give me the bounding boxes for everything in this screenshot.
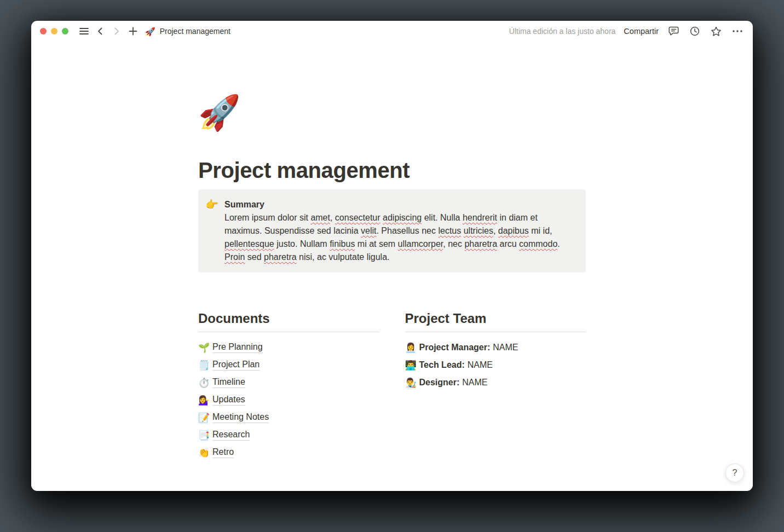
- stopwatch-icon: ⏱️: [198, 378, 212, 388]
- callout-text-segment: ultricies: [464, 226, 493, 235]
- page-title[interactable]: Project management: [198, 157, 586, 184]
- document-link-label: Project Plan: [212, 360, 260, 371]
- page-rocket-icon: 🚀: [145, 27, 155, 36]
- team-list: 👩‍💼Project Manager:NAME👨‍💻Tech Lead:NAME…: [405, 339, 586, 391]
- team-heading: Project Team: [405, 310, 586, 327]
- callout-text-segment: amet: [310, 213, 330, 222]
- callout-text-segment: finibus: [330, 239, 355, 248]
- callout-text-segment: .: [557, 239, 560, 248]
- document-link[interactable]: 💁‍♀️Updates: [198, 391, 379, 409]
- callout-text-segment: elit. Nulla: [422, 213, 463, 222]
- documents-list: 🌱Pre Planning🗒️Project Plan⏱️Timeline💁‍♀…: [198, 339, 379, 461]
- callout-text-segment: Lorem ipsum dolor sit: [224, 213, 310, 222]
- nav-controls: [77, 25, 140, 38]
- callout-text-segment: dapibus: [498, 226, 529, 235]
- callout-text-segment: arcu: [497, 239, 519, 248]
- callout-text-segment: mi at sem: [355, 239, 397, 248]
- traffic-lights: [40, 28, 68, 34]
- team-member-row: 👨‍🎨Designer:NAME: [405, 374, 586, 391]
- nav-back-icon[interactable]: [94, 25, 107, 38]
- favorite-star-icon[interactable]: [710, 25, 723, 38]
- page-emoji[interactable]: 🚀: [198, 95, 242, 130]
- woman-office-worker-icon: 👩‍💼: [405, 343, 419, 352]
- callout-text-segment: lectus: [438, 226, 461, 235]
- callout-text: Lorem ipsum dolor sit amet, consectetur …: [224, 211, 570, 264]
- last-edited-status: Última edición a las justo ahora: [509, 27, 616, 36]
- man-artist-icon: 👨‍🎨: [405, 378, 419, 388]
- callout-text-segment: pellentesque: [224, 239, 274, 248]
- summary-callout[interactable]: 👉 Summary Lorem ipsum dolor sit amet, co…: [198, 189, 586, 273]
- callout-text-segment: justo. Nullam: [274, 239, 330, 248]
- person-tipping-hand-icon: 💁‍♀️: [198, 396, 212, 405]
- callout-text-segment: adipiscing: [383, 213, 422, 222]
- document-link-label: Timeline: [212, 377, 245, 388]
- callout-text-segment: Proin: [224, 252, 245, 262]
- share-button[interactable]: Compartir: [624, 27, 659, 36]
- document-link-label: Updates: [212, 395, 245, 406]
- document-link[interactable]: 🗒️Project Plan: [198, 356, 379, 374]
- callout-text-segment: ,: [493, 226, 498, 235]
- nav-forward-icon[interactable]: [110, 25, 123, 38]
- document-link[interactable]: 🌱Pre Planning: [198, 339, 379, 356]
- help-button[interactable]: ?: [725, 464, 744, 482]
- clapping-hands-icon: 👏: [198, 448, 212, 458]
- close-window-button[interactable]: [40, 28, 47, 34]
- more-options-icon[interactable]: [731, 25, 744, 38]
- callout-heading: Summary: [224, 198, 570, 211]
- team-member-name: NAME: [468, 360, 493, 370]
- team-column: Project Team 👩‍💼Project Manager:NAME👨‍💻T…: [405, 310, 586, 461]
- pointing-right-icon[interactable]: 👉: [205, 198, 219, 264]
- documents-column: Documents 🌱Pre Planning🗒️Project Plan⏱️T…: [198, 310, 379, 461]
- team-member-name: NAME: [493, 343, 518, 352]
- callout-text-segment: commodo: [519, 239, 557, 248]
- callout-text-segment: pharetra: [464, 239, 497, 248]
- callout-text-segment: pharetra: [264, 252, 297, 262]
- document-link-label: Research: [212, 430, 250, 441]
- team-member-name: NAME: [462, 378, 487, 388]
- memo-icon: 📝: [198, 413, 212, 423]
- document-link[interactable]: 👏Retro: [198, 444, 379, 461]
- document-link[interactable]: 📑Research: [198, 426, 379, 444]
- comments-icon[interactable]: [667, 25, 680, 38]
- callout-body: Summary Lorem ipsum dolor sit amet, cons…: [224, 198, 570, 264]
- breadcrumb[interactable]: 🚀 Project management: [145, 27, 230, 36]
- callout-text-segment: ullamcorper: [398, 239, 443, 248]
- document-link[interactable]: ⏱️Timeline: [198, 374, 379, 391]
- minimize-window-button[interactable]: [51, 28, 57, 34]
- breadcrumb-title: Project management: [160, 27, 230, 36]
- callout-text-segment: . Phasellus nec: [376, 226, 438, 235]
- callout-text-segment: mi id,: [529, 226, 552, 235]
- page-content: 🚀 Project management 👉 Summary Lorem ips…: [31, 42, 753, 491]
- document-link-label: Meeting Notes: [212, 412, 269, 423]
- document-link-label: Retro: [212, 447, 234, 458]
- documents-heading: Documents: [198, 310, 379, 327]
- history-clock-icon[interactable]: [688, 25, 701, 38]
- callout-text-segment: hendrerit: [463, 213, 497, 222]
- team-divider: [405, 332, 586, 332]
- documents-divider: [198, 332, 379, 332]
- team-member-row: 👨‍💻Tech Lead:NAME: [405, 356, 586, 374]
- callout-text-segment: nisi, ac vulputate ligula.: [297, 252, 390, 262]
- callout-text-segment: sed: [245, 252, 264, 262]
- document-link-label: Pre Planning: [212, 342, 263, 353]
- spiral-notepad-icon: 🗒️: [198, 361, 212, 370]
- document-link[interactable]: 📝Meeting Notes: [198, 409, 379, 426]
- man-technologist-icon: 👨‍💻: [405, 361, 419, 370]
- bookmark-tabs-icon: 📑: [198, 431, 212, 440]
- notion-window: 🚀 Project management Última edición a la…: [31, 21, 753, 491]
- callout-text-segment: velit: [361, 226, 376, 235]
- zoom-window-button[interactable]: [62, 28, 68, 34]
- titlebar-actions: Última edición a las justo ahora Compart…: [509, 25, 744, 38]
- new-tab-plus-icon[interactable]: [126, 25, 140, 38]
- sidebar-toggle-icon[interactable]: [77, 25, 90, 38]
- team-member-role: Project Manager:: [419, 343, 491, 352]
- callout-text-segment: consectetur: [335, 213, 381, 222]
- window-titlebar: 🚀 Project management Última edición a la…: [31, 21, 753, 42]
- two-column-section: Documents 🌱Pre Planning🗒️Project Plan⏱️T…: [198, 310, 586, 461]
- team-member-role: Tech Lead:: [419, 360, 465, 370]
- seedling-icon: 🌱: [198, 343, 212, 352]
- callout-text-segment: , nec: [443, 239, 464, 248]
- team-member-row: 👩‍💼Project Manager:NAME: [405, 339, 586, 356]
- team-member-role: Designer:: [419, 378, 460, 388]
- callout-text-segment: ,: [330, 213, 335, 222]
